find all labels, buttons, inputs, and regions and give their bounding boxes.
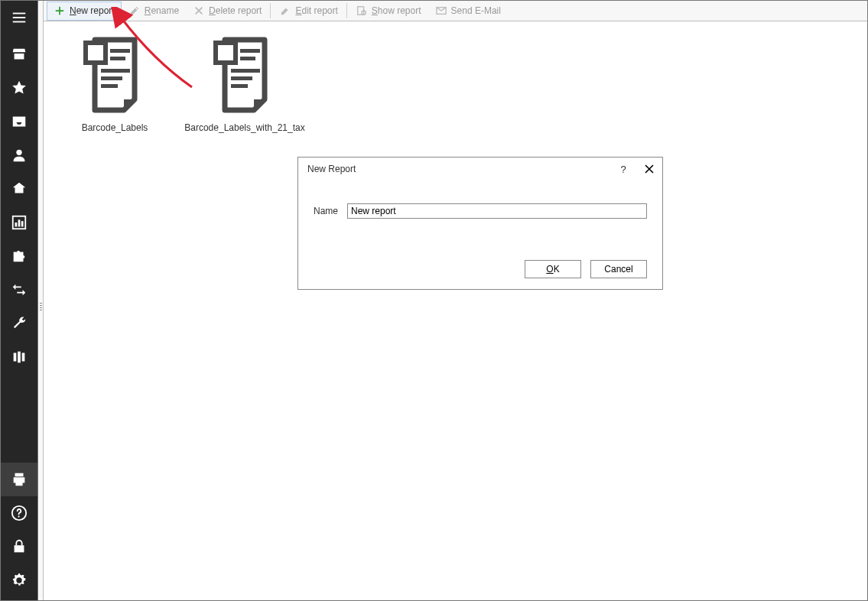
report-thumb-icon [210, 32, 280, 118]
toolbar: New report Rename Delete report Edit rep… [44, 1, 867, 21]
svg-rect-0 [13, 13, 26, 15]
report-label: Barcode_Labels_with_21_tax [184, 122, 304, 133]
new-report-dialog: New Report ? Name OK Cancel [297, 157, 663, 290]
send-email-label: Send E-Mail [451, 5, 501, 16]
transfer-icon[interactable] [1, 273, 37, 307]
svg-point-12 [18, 515, 19, 517]
puzzle-icon[interactable] [1, 239, 37, 273]
wrench-icon[interactable] [1, 307, 37, 340]
svg-rect-22 [101, 84, 118, 88]
dialog-title: New Report [307, 164, 356, 174]
content-area: Barcode_Labels Barcode_Labels_with_21_ta… [44, 21, 867, 600]
svg-rect-7 [21, 221, 24, 226]
svg-rect-20 [101, 69, 130, 73]
svg-rect-17 [86, 43, 106, 63]
lock-icon[interactable] [1, 530, 37, 564]
person-icon[interactable] [1, 138, 37, 172]
svg-rect-5 [15, 223, 18, 227]
inbox-icon[interactable] [1, 105, 37, 138]
ok-button[interactable]: OK [525, 260, 581, 278]
close-icon[interactable] [636, 158, 662, 180]
name-label: Name [314, 206, 347, 216]
cancel-button[interactable]: Cancel [590, 260, 647, 278]
svg-rect-9 [18, 352, 21, 363]
vertical-splitter[interactable] [37, 1, 44, 600]
svg-rect-8 [14, 353, 17, 362]
svg-point-3 [16, 150, 21, 155]
svg-rect-6 [18, 219, 21, 226]
send-email-button[interactable]: Send E-Mail [428, 2, 508, 21]
svg-rect-27 [231, 76, 252, 80]
report-icon [356, 5, 368, 17]
svg-rect-26 [231, 69, 260, 73]
edit-report-button[interactable]: Edit report [272, 2, 344, 21]
chart-icon[interactable] [1, 206, 37, 239]
name-input[interactable] [347, 203, 647, 219]
help-icon[interactable] [1, 496, 37, 530]
home-icon[interactable] [1, 172, 37, 206]
svg-rect-25 [240, 57, 255, 60]
svg-rect-21 [101, 76, 122, 80]
rename-button[interactable]: Rename [122, 2, 186, 21]
svg-rect-13 [15, 545, 24, 552]
show-report-button[interactable]: Show report [349, 2, 428, 21]
new-report-label-rest: ew report [76, 5, 115, 16]
columns-icon[interactable] [1, 340, 37, 374]
mail-icon [435, 5, 447, 17]
svg-rect-18 [110, 49, 130, 53]
store-icon[interactable] [1, 37, 37, 71]
svg-rect-19 [110, 57, 125, 60]
report-label: Barcode_Labels [82, 122, 148, 133]
gear-icon[interactable] [1, 564, 37, 597]
x-icon [193, 5, 205, 17]
svg-rect-2 [13, 21, 26, 23]
delete-report-button[interactable]: Delete report [186, 2, 268, 21]
svg-rect-1 [13, 17, 26, 18]
svg-rect-23 [216, 43, 236, 63]
svg-rect-28 [231, 84, 248, 88]
svg-rect-10 [22, 353, 25, 362]
new-report-button[interactable]: New report [47, 2, 122, 21]
sidebar [1, 1, 37, 600]
report-item[interactable]: Barcode_Labels [50, 32, 180, 133]
plus-icon [54, 5, 66, 17]
report-thumb-icon [80, 32, 150, 118]
dialog-titlebar[interactable]: New Report ? [298, 158, 662, 180]
svg-rect-24 [240, 49, 260, 53]
menu-icon[interactable] [1, 1, 37, 34]
star-icon[interactable] [1, 71, 37, 105]
print-icon[interactable] [1, 463, 37, 496]
report-list: Barcode_Labels Barcode_Labels_with_21_ta… [44, 21, 867, 144]
report-item[interactable]: Barcode_Labels_with_21_tax [180, 32, 310, 133]
pencil-icon [128, 5, 141, 17]
edit-icon [279, 5, 291, 17]
dialog-help-button[interactable]: ? [610, 158, 636, 180]
